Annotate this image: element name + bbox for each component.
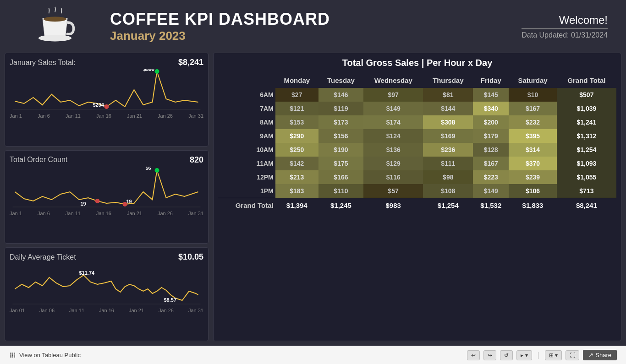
cell-8am-tue: $173 <box>318 115 363 129</box>
cell-11am-fri: $167 <box>473 157 509 170</box>
gt-monday: $1,394 <box>275 198 318 213</box>
svg-text:$8.57: $8.57 <box>164 297 177 303</box>
table-row: 12PM $213 $166 $116 $98 $223 $239 $1,055 <box>218 170 616 184</box>
cell-8am-fri: $200 <box>473 115 509 129</box>
cell-8am-mon: $153 <box>275 115 318 129</box>
redo-button[interactable]: ↪ <box>483 350 496 360</box>
kpi-avg-header: Daily Average Ticket $10.05 <box>10 252 203 262</box>
table-row: 8AM $153 $173 $174 $308 $200 $232 $1,241 <box>218 115 616 129</box>
cell-11am-mon: $142 <box>275 157 318 170</box>
kpi-card-orders: Total Order Count 820 56 19 19 <box>5 150 209 244</box>
cell-6am-gt: $507 <box>557 88 616 102</box>
tableau-icon <box>9 352 16 359</box>
cell-8am-wed: $174 <box>363 115 423 129</box>
cell-6am-thu: $81 <box>423 88 473 102</box>
tableau-link[interactable]: View on Tableau Public <box>9 352 81 359</box>
svg-text:56: 56 <box>146 167 151 171</box>
svg-text:$590: $590 <box>143 69 154 72</box>
sales-table: Monday Tuesday Wednesday Thursday Friday… <box>218 73 616 212</box>
cell-9am-wed: $124 <box>363 129 423 143</box>
kpi-orders-header: Total Order Count 820 <box>10 155 203 165</box>
cell-10am-gt: $1,254 <box>557 143 616 157</box>
sales-chart-area: $590 $204 Jan 1 Jan 6 Jan 11 Jan 16 Jan … <box>10 69 203 120</box>
left-panel: January Sales Total: $8,241 $590 <box>5 53 209 341</box>
share-icon: ↗ <box>588 352 593 359</box>
gt-grand: $8,241 <box>557 198 616 213</box>
cell-11am-thu: $111 <box>423 157 473 170</box>
kpi-card-sales: January Sales Total: $8,241 $590 <box>5 53 209 147</box>
row-label-8am: 8AM <box>218 115 275 129</box>
kpi-avg-value: $10.05 <box>178 252 203 262</box>
fullscreen-button[interactable]: ⛶ <box>566 350 579 360</box>
forward-button[interactable]: ▸ ▾ <box>516 350 532 360</box>
table-row: 11AM $142 $175 $129 $111 $167 $370 $1,09… <box>218 157 616 170</box>
logo-area <box>9 6 101 47</box>
avg-chart-area: $11.74 $8.57 Jan 01 Jan 06 Jan 11 Jan 16… <box>10 264 203 314</box>
cell-8am-gt: $1,241 <box>557 115 616 129</box>
table-row: 10AM $250 $190 $136 $236 $128 $314 $1,25… <box>218 143 616 157</box>
svg-text:$11.74: $11.74 <box>79 270 95 276</box>
table-title: Total Gross Sales | Per Hour x Day <box>218 58 616 68</box>
cell-10am-fri: $128 <box>473 143 509 157</box>
share-button[interactable]: ↗ Share <box>583 350 617 360</box>
coffee-cup-icon <box>34 6 76 47</box>
cell-11am-tue: $175 <box>318 157 363 170</box>
cell-9am-mon: $290 <box>275 129 318 143</box>
grand-total-row: Grand Total $1,394 $1,245 $983 $1,254 $1… <box>218 198 616 213</box>
table-header-row: Monday Tuesday Wednesday Thursday Friday… <box>218 73 616 88</box>
cell-7am-tue: $119 <box>318 102 363 115</box>
svg-point-1 <box>44 16 66 22</box>
table-row: 1PM $183 $110 $57 $108 $149 $106 $713 <box>218 184 616 198</box>
col-header-tuesday: Tuesday <box>318 73 363 88</box>
svg-point-4 <box>104 104 109 109</box>
tableau-link-text: View on Tableau Public <box>19 352 81 359</box>
kpi-orders-title: Total Order Count <box>10 156 67 164</box>
cell-9am-sat: $395 <box>509 129 556 143</box>
gt-saturday: $1,833 <box>509 198 556 213</box>
cell-10am-wed: $136 <box>363 143 423 157</box>
svg-text:$204: $204 <box>93 102 104 108</box>
svg-point-9 <box>95 199 100 203</box>
svg-rect-17 <box>10 353 11 354</box>
cell-11am-wed: $129 <box>363 157 423 170</box>
cell-12pm-sat: $239 <box>509 170 556 184</box>
cell-1pm-mon: $183 <box>275 184 318 198</box>
cell-7am-wed: $149 <box>363 102 423 115</box>
cell-7am-mon: $121 <box>275 102 318 115</box>
cell-11am-sat: $370 <box>509 157 556 170</box>
svg-rect-25 <box>14 356 15 358</box>
cell-9am-fri: $179 <box>473 129 509 143</box>
col-header-friday: Friday <box>473 73 509 88</box>
cell-9am-tue: $156 <box>318 129 363 143</box>
row-label-7am: 7AM <box>218 102 275 115</box>
kpi-orders-value: 820 <box>190 155 203 165</box>
gt-thursday: $1,254 <box>423 198 473 213</box>
svg-point-0 <box>38 35 71 41</box>
cell-1pm-thu: $108 <box>423 184 473 198</box>
svg-text:19: 19 <box>126 199 132 204</box>
col-header-saturday: Saturday <box>509 73 556 88</box>
cell-12pm-mon: $213 <box>275 170 318 184</box>
cell-6am-wed: $97 <box>363 88 423 102</box>
cell-6am-mon: $27 <box>275 88 318 102</box>
orders-chart-area: 56 19 19 Jan 1 Jan 6 Jan 11 Jan 16 Jan 2… <box>10 167 203 217</box>
cell-9am-thu: $169 <box>423 129 473 143</box>
back-button[interactable]: ↺ <box>500 350 513 360</box>
svg-rect-18 <box>12 353 13 354</box>
table-row: 7AM $121 $119 $149 $144 $340 $167 $1,039 <box>218 102 616 115</box>
gt-friday: $1,532 <box>473 198 509 213</box>
orders-chart: 56 19 19 <box>10 167 203 208</box>
svg-text:19: 19 <box>81 201 86 206</box>
svg-rect-19 <box>14 353 15 354</box>
cell-10am-sat: $314 <box>509 143 556 157</box>
cell-10am-thu: $236 <box>423 143 473 157</box>
cell-1pm-wed: $57 <box>363 184 423 198</box>
cell-1pm-tue: $110 <box>318 184 363 198</box>
cell-9am-gt: $1,312 <box>557 129 616 143</box>
cell-12pm-wed: $116 <box>363 170 423 184</box>
welcome-area: Welcome! Data Updated: 01/31/2024 <box>522 14 617 39</box>
view-button[interactable]: ⊞ ▾ <box>545 350 562 360</box>
cell-8am-thu: $308 <box>423 115 473 129</box>
grand-total-label: Grand Total <box>218 198 275 213</box>
undo-button[interactable]: ↩ <box>467 350 480 360</box>
